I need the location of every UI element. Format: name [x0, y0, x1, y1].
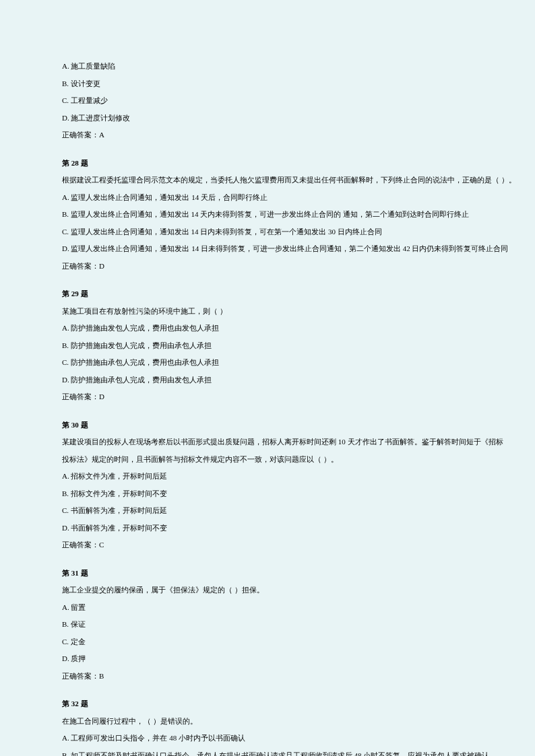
q29-stem: 某施工项目在有放射性污染的环境中施工，则（ ） [62, 306, 473, 317]
q31-stem: 施工企业提交的履约保函，属于《担保法》规定的（ ）担保。 [62, 584, 473, 596]
q30-option-b: B. 招标文件为准，开标时间不变 [62, 488, 473, 500]
q27-option-c: C. 工程量减少 [62, 95, 473, 106]
q31-option-a: A. 留置 [62, 602, 473, 613]
q27-answer: 正确答案：A [62, 129, 473, 141]
q29-option-d: D. 防护措施由承包人完成，费用由发包人承担 [62, 374, 473, 386]
q29-option-c: C. 防护措施由承包人完成，费用也由承包人承担 [62, 357, 473, 368]
q31-option-d: D. 质押 [62, 653, 473, 664]
q32-option-b: B. 如工程师不能及时书面确认口头指令，承包人在提出书面确认请求且工程师收到请求… [62, 750, 473, 757]
q30-answer: 正确答案：C [62, 539, 473, 551]
q28-option-b: B. 监理人发出终止合同通知，通知发出 14 天内未得到答复，可进一步发出终止合… [62, 209, 473, 220]
q28-title: 第 28 题 [62, 158, 473, 169]
q28-answer: 正确答案：D [62, 261, 473, 272]
q30-option-c: C. 书面解答为准，开标时间后延 [62, 505, 473, 516]
q30-stem-1: 某建设项目的投标人在现场考察后以书面形式提出质疑问题，招标人离开标时间还剩 10… [62, 436, 473, 448]
q29-answer: 正确答案：D [62, 391, 473, 403]
q31-option-b: B. 保证 [62, 619, 473, 630]
q29-option-b: B. 防护措施由发包人完成，费用由承包人承担 [62, 340, 473, 351]
q30-title: 第 30 题 [62, 419, 473, 431]
q27-option-b: B. 设计变更 [62, 78, 473, 90]
q28-option-a: A. 监理人发出终止合同通知，通知发出 14 天后，合同即行终止 [62, 192, 473, 203]
q30-option-a: A. 招标文件为准，开标时间后延 [62, 471, 473, 482]
q31-title: 第 31 题 [62, 568, 473, 579]
q27-option-a: A. 施工质量缺陷 [62, 61, 473, 72]
q32-option-a: A. 工程师可发出口头指令，并在 48 小时内予以书面确认 [62, 732, 473, 744]
q28-option-d: D. 监理人发出终止合同通知，通知发出 14 日未得到答复，可进一步发出终止合同… [62, 243, 473, 254]
q31-option-c: C. 定金 [62, 636, 473, 648]
q32-title: 第 32 题 [62, 698, 473, 710]
q29-title: 第 29 题 [62, 288, 473, 300]
q29-option-a: A. 防护措施由发包人完成，费用也由发包人承担 [62, 322, 473, 334]
q30-stem-2: 投标法》规定的时间，且书面解答与招标文件规定内容不一致，对该问题应以（ ）。 [62, 454, 473, 465]
q28-option-c: C. 监理人发出终止合同通知，通知发出 14 日内未得到答复，可在第一个通知发出… [62, 226, 473, 238]
q30-option-d: D. 书面解答为准，开标时间不变 [62, 522, 473, 534]
q32-stem: 在施工合同履行过程中，（ ）是错误的。 [62, 716, 473, 727]
q27-option-d: D. 施工进度计划修改 [62, 112, 473, 124]
q28-stem: 根据建设工程委托监理合同示范文本的规定，当委托人拖欠监理费用而又未提出任何书面解… [62, 174, 473, 186]
q31-answer: 正确答案：B [62, 671, 473, 682]
